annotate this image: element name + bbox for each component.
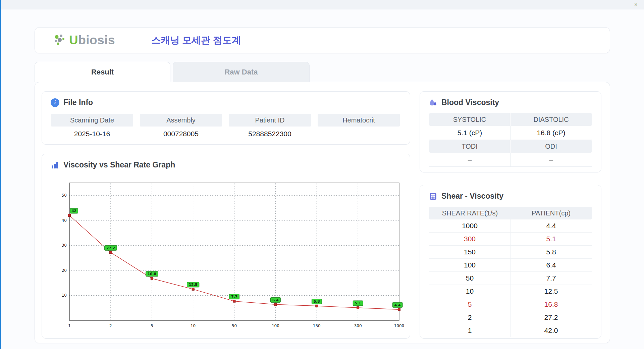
shear-table-header: SHEAR RATE(1/s) PATIENT(cp) — [429, 207, 592, 219]
shear-viscosity-title: Shear - Viscosity — [441, 192, 503, 201]
svg-text:2: 2 — [109, 323, 112, 328]
bv-header-row: SYSTOLIC DIASTOLIC — [429, 113, 592, 126]
field-value — [318, 127, 400, 141]
table-row: 507.7 — [429, 272, 592, 285]
svg-text:50: 50 — [232, 323, 237, 328]
svg-text:150: 150 — [313, 323, 321, 328]
logo: Ubiosis — [52, 33, 115, 47]
blood-viscosity-title: Blood Viscosity — [441, 98, 499, 107]
viscosity-chart-svg: 1020304050125105010015030010004227.216.8… — [54, 178, 405, 333]
field-label: Scanning Date — [51, 114, 133, 127]
blood-viscosity-title-row: Blood Viscosity — [420, 92, 601, 107]
patient-column-header: PATIENT(cp) — [511, 207, 592, 219]
window-close-button[interactable]: × — [632, 1, 640, 8]
info-icon: i — [51, 98, 59, 107]
table-row: 1012.5 — [429, 285, 592, 298]
file-info-card: i File Info Scanning Date 2025-10-16 Ass… — [42, 91, 410, 145]
bv-diastolic-value: 16.8 (cP) — [511, 126, 592, 140]
shear-rate-cell: 50 — [429, 272, 511, 285]
logo-text: Ubiosis — [69, 33, 115, 47]
table-row: 1505.8 — [429, 246, 592, 259]
svg-text:100: 100 — [272, 323, 279, 328]
field-label: Patient ID — [229, 114, 311, 127]
shear-rate-cell: 100 — [429, 259, 511, 271]
svg-text:1: 1 — [68, 323, 71, 328]
table-row: 10004.4 — [429, 219, 592, 233]
file-info-title-row: i File Info — [42, 92, 410, 107]
svg-text:5.8: 5.8 — [314, 299, 320, 303]
field-value: 52888522300 — [229, 127, 311, 141]
svg-text:10: 10 — [62, 293, 67, 298]
shear-viscosity-title-row: Shear - Viscosity — [420, 185, 601, 201]
patient-value-cell: 6.4 — [511, 259, 592, 271]
tab-result[interactable]: Result — [35, 62, 170, 82]
svg-text:1000: 1000 — [394, 323, 405, 328]
app-title: 스캐닝 모세관 점도계 — [151, 34, 241, 47]
shear-rate-cell: 150 — [429, 246, 511, 258]
bv-value-row: 5.1 (cP) 16.8 (cP) — [429, 126, 592, 140]
patient-value-cell: 7.7 — [511, 272, 592, 285]
bv-systolic-value: 5.1 (cP) — [429, 126, 511, 140]
svg-text:7.7: 7.7 — [231, 295, 237, 299]
bv-todi-label: TODI — [429, 140, 511, 153]
shear-rate-cell: 1 — [429, 324, 511, 337]
field-label: Assembly — [140, 114, 222, 127]
svg-text:42: 42 — [71, 209, 76, 213]
svg-text:4.4: 4.4 — [394, 303, 401, 307]
bv-header-row: TODI ODI — [429, 140, 592, 153]
shear-rate-cell: 2 — [429, 311, 511, 324]
patient-value-cell: 4.4 — [511, 219, 592, 232]
patient-value-cell: 42.0 — [511, 324, 592, 337]
shear-rate-column-header: SHEAR RATE(1/s) — [429, 207, 511, 219]
shear-rate-cell: 1000 — [429, 219, 511, 232]
table-row: 3005.1 — [429, 233, 592, 246]
table-row: 516.8 — [429, 298, 592, 311]
svg-text:27.2: 27.2 — [106, 246, 115, 250]
svg-text:10: 10 — [191, 323, 196, 328]
patient-value-cell: 16.8 — [511, 298, 592, 311]
blood-viscosity-grid: SYSTOLIC DIASTOLIC 5.1 (cP) 16.8 (cP) TO… — [429, 113, 592, 167]
svg-text:50: 50 — [62, 193, 67, 198]
svg-text:20: 20 — [62, 268, 67, 273]
shear-rate-cell: 5 — [429, 298, 511, 311]
shear-table-body: 10004.43005.11505.81006.4507.71012.5516.… — [429, 219, 592, 337]
header: Ubiosis 스캐닝 모세관 점도계 — [35, 27, 610, 53]
patient-value-cell: 12.5 — [511, 285, 592, 298]
bv-todi-value: – — [429, 153, 511, 167]
field-hematocrit: Hematocrit — [318, 114, 400, 141]
svg-text:12.5: 12.5 — [189, 283, 198, 287]
bv-diastolic-label: DIASTOLIC — [511, 113, 592, 126]
svg-text:16.8: 16.8 — [148, 272, 156, 276]
file-info-title: File Info — [63, 98, 93, 107]
table-grid-icon — [429, 192, 437, 201]
svg-text:300: 300 — [354, 323, 362, 328]
patient-value-cell: 5.8 — [511, 246, 592, 258]
droplet-icon — [429, 98, 437, 107]
field-scanning-date: Scanning Date 2025-10-16 — [51, 114, 133, 141]
table-row: 1006.4 — [429, 259, 592, 272]
bv-odi-label: ODI — [511, 140, 592, 153]
patient-value-cell: 5.1 — [511, 233, 592, 245]
blood-viscosity-card: Blood Viscosity SYSTOLIC DIASTOLIC 5.1 (… — [420, 91, 601, 172]
shear-table: SHEAR RATE(1/s) PATIENT(cp) 10004.43005.… — [429, 207, 592, 337]
svg-text:40: 40 — [62, 218, 67, 223]
field-label: Hematocrit — [318, 114, 400, 127]
field-assembly: Assembly 000728005 — [140, 114, 222, 141]
tab-raw-data[interactable]: Raw Data — [173, 62, 310, 82]
patient-value-cell: 27.2 — [511, 311, 592, 324]
viscosity-chart: 1020304050125105010015030010004227.216.8… — [54, 178, 405, 334]
svg-text:30: 30 — [62, 243, 67, 248]
graph-card: Viscosity vs Shear Rate Graph 1020304050… — [42, 154, 410, 339]
graph-title: Viscosity vs Shear Rate Graph — [63, 160, 175, 169]
field-value: 000728005 — [140, 127, 222, 141]
table-row: 142.0 — [429, 324, 592, 337]
bv-systolic-label: SYSTOLIC — [429, 113, 511, 126]
file-info-fields: Scanning Date 2025-10-16 Assembly 000728… — [51, 114, 400, 141]
logo-dots-icon — [52, 33, 66, 47]
shear-viscosity-card: Shear - Viscosity SHEAR RATE(1/s) PATIEN… — [420, 185, 601, 339]
table-row: 227.2 — [429, 311, 592, 324]
svg-text:6.4: 6.4 — [272, 298, 279, 302]
bv-value-row: – – — [429, 153, 592, 167]
window-left-edge — [0, 0, 1, 349]
svg-text:5: 5 — [151, 323, 153, 328]
